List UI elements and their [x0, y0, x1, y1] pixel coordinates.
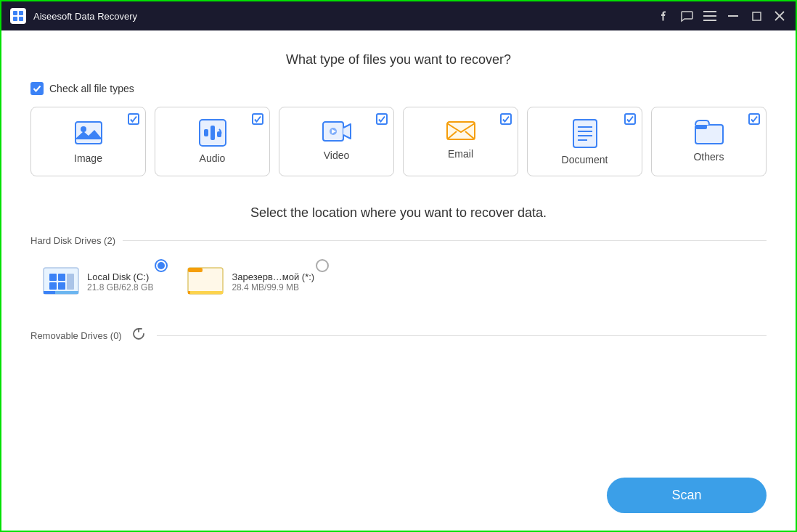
others-label: Others — [693, 151, 724, 163]
maximize-button[interactable] — [749, 9, 764, 23]
file-types-grid: Image Audio — [30, 107, 767, 176]
svg-rect-39 — [188, 268, 203, 272]
svg-rect-14 — [204, 129, 208, 136]
file-type-audio[interactable]: Audio — [155, 107, 270, 176]
svg-rect-33 — [49, 282, 57, 290]
svg-rect-23 — [573, 120, 597, 147]
check-all-label: Check all file types — [49, 83, 134, 94]
drive-c-icon — [42, 262, 80, 301]
refresh-icon[interactable] — [132, 327, 145, 344]
minimize-button[interactable] — [726, 9, 740, 23]
facebook-button[interactable] — [656, 9, 671, 23]
svg-rect-7 — [728, 15, 738, 17]
drive-c-size: 21.8 GB/62.8 GB — [87, 282, 153, 292]
menu-button[interactable] — [703, 9, 717, 23]
check-all-row: Check all file types — [30, 82, 767, 95]
svg-rect-11 — [75, 122, 102, 144]
hard-disk-section: Hard Disk Drives (2) — [30, 235, 767, 306]
drive-reserved[interactable]: Зарезерв…мой (*:) 28.4 MB/99.9 MB — [182, 258, 332, 306]
titlebar: Aiseesoft Data Recovery — [1, 1, 796, 30]
audio-icon — [199, 119, 226, 147]
svg-rect-0 — [13, 11, 17, 15]
svg-rect-15 — [211, 126, 215, 140]
others-checkbox[interactable] — [748, 113, 760, 125]
email-label: Email — [448, 148, 473, 160]
drive-reserved-radio[interactable] — [316, 259, 329, 272]
document-checkbox[interactable] — [624, 113, 636, 125]
file-type-email[interactable]: Email — [403, 107, 518, 176]
hard-disk-label: Hard Disk Drives (2) — [30, 235, 115, 246]
email-checkbox[interactable] — [500, 113, 512, 125]
svg-rect-31 — [49, 274, 57, 281]
document-icon — [573, 119, 597, 148]
hard-disk-divider-row: Hard Disk Drives (2) — [30, 235, 767, 246]
app-icon — [10, 8, 26, 24]
svg-rect-6 — [703, 20, 716, 21]
file-type-document[interactable]: Document — [527, 107, 642, 176]
others-icon — [695, 119, 724, 145]
hard-disk-divider — [123, 240, 767, 241]
removable-drives-divider-row: Removable Drives (0) — [30, 327, 767, 344]
drive-reserved-info: Зарезерв…мой (*:) 28.4 MB/99.9 MB — [232, 271, 314, 292]
svg-point-12 — [81, 126, 86, 132]
svg-rect-8 — [753, 12, 761, 20]
close-button[interactable] — [772, 9, 787, 23]
audio-label: Audio — [200, 152, 226, 164]
drive-reserved-size: 28.4 MB/99.9 MB — [232, 282, 314, 292]
drive-c-radio[interactable] — [155, 259, 168, 272]
svg-rect-5 — [703, 15, 716, 17]
svg-rect-35 — [67, 274, 74, 290]
drive-c-name: Local Disk (C:) — [87, 271, 153, 282]
location-title: Select the location where you want to re… — [30, 205, 767, 221]
document-label: Document — [562, 154, 608, 165]
svg-rect-37 — [44, 291, 55, 294]
drive-c[interactable]: Local Disk (C:) 21.8 GB/62.8 GB — [38, 258, 171, 306]
image-icon — [74, 119, 103, 147]
video-icon — [322, 119, 351, 144]
audio-checkbox[interactable] — [252, 113, 263, 125]
svg-rect-34 — [58, 282, 65, 290]
svg-rect-2 — [13, 17, 17, 21]
drive-c-info: Local Disk (C:) 21.8 GB/62.8 GB — [87, 271, 153, 292]
svg-rect-3 — [19, 17, 23, 21]
chat-button[interactable] — [679, 9, 694, 23]
svg-rect-40 — [188, 291, 223, 294]
window-controls — [656, 9, 787, 23]
file-type-image[interactable]: Image — [30, 107, 146, 176]
file-types-title: What type of files you want to recover? — [30, 52, 767, 67]
svg-rect-29 — [695, 125, 707, 129]
email-icon — [446, 119, 475, 142]
drives-list: Local Disk (C:) 21.8 GB/62.8 GB — [30, 258, 767, 306]
file-type-others[interactable]: Others — [651, 107, 767, 176]
image-checkbox[interactable] — [128, 113, 139, 125]
removable-drives-divider — [157, 335, 767, 336]
check-all-checkbox[interactable] — [30, 82, 44, 95]
video-label: Video — [324, 150, 350, 161]
svg-rect-4 — [703, 11, 716, 12]
drive-reserved-icon — [187, 262, 224, 301]
drive-reserved-name: Зарезерв…мой (*:) — [232, 271, 314, 282]
file-type-video[interactable]: Video — [279, 107, 394, 176]
removable-drives-section: Removable Drives (0) — [30, 327, 767, 344]
main-content: What type of files you want to recover? … — [1, 30, 796, 466]
app-window: Aiseesoft Data Recovery — [0, 0, 797, 532]
removable-drives-label: Removable Drives (0) — [30, 330, 122, 341]
svg-rect-32 — [58, 274, 65, 281]
image-label: Image — [74, 152, 102, 164]
svg-rect-41 — [188, 291, 190, 294]
window-title: Aiseesoft Data Recovery — [33, 11, 656, 22]
svg-rect-1 — [19, 11, 23, 15]
scan-btn-area: Scan — [1, 466, 796, 531]
video-checkbox[interactable] — [376, 113, 388, 125]
scan-button[interactable]: Scan — [607, 478, 767, 513]
